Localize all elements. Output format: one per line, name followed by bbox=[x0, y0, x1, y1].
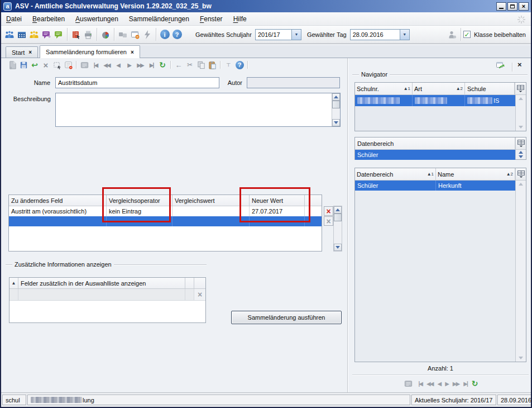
person-gray-icon[interactable] bbox=[446, 29, 458, 41]
quick-action-lightning-icon[interactable] bbox=[141, 29, 154, 41]
tab-start[interactable]: Start × bbox=[6, 46, 38, 58]
name-input[interactable] bbox=[55, 77, 219, 88]
menu-item-datei[interactable]: Datei bbox=[6, 15, 22, 23]
schuljahr-combobox[interactable]: 2016/17 ▼ bbox=[255, 29, 301, 40]
column-header-feld[interactable]: Zu änderndes Feld bbox=[9, 195, 107, 206]
scroll-up-icon[interactable] bbox=[516, 95, 526, 102]
scroll-down-icon[interactable] bbox=[334, 244, 342, 251]
discard-icon[interactable]: × bbox=[40, 59, 51, 70]
cut-icon[interactable]: ✂ bbox=[184, 59, 195, 70]
zusatz-empty-row[interactable]: × bbox=[9, 289, 205, 301]
menu-item-auswertungen[interactable]: Auswertungen bbox=[75, 15, 118, 23]
pin-icon[interactable]: ⊤ bbox=[223, 59, 234, 70]
tab-close-icon[interactable]: × bbox=[28, 49, 32, 55]
record-card-icon[interactable] bbox=[79, 59, 90, 70]
menu-item-fenster[interactable]: Fenster bbox=[200, 15, 223, 23]
last-record-icon[interactable]: ▶| bbox=[146, 59, 157, 70]
column-header-datenbereich[interactable]: Datenbereich▲1 bbox=[355, 168, 436, 180]
scroll-thumb[interactable] bbox=[332, 101, 340, 108]
cell-feld[interactable]: Austritt am (voraussichtlich) bbox=[9, 206, 107, 216]
cell-neuer-wert[interactable] bbox=[250, 216, 305, 226]
tag-combobox[interactable]: 28.09.2016 ▼ bbox=[350, 29, 410, 40]
column-header-felder[interactable]: Felder zusätzlich in der Auswahlliste an… bbox=[18, 278, 185, 288]
copy-icon[interactable] bbox=[195, 59, 207, 70]
column-header-schulnr[interactable]: Schulnr.▲1 bbox=[355, 83, 413, 94]
fast-forward-icon[interactable]: ▶▶ bbox=[135, 59, 146, 70]
register-book-icon[interactable] bbox=[70, 29, 82, 41]
changes-table-scrollbar[interactable] bbox=[333, 206, 342, 252]
cell-datenbereich[interactable]: Schüler bbox=[355, 150, 515, 160]
scroll-down-icon[interactable] bbox=[516, 124, 526, 131]
info-icon[interactable]: i bbox=[159, 29, 171, 41]
help-icon[interactable]: ? bbox=[171, 29, 183, 41]
class-group-green-icon[interactable] bbox=[52, 29, 65, 41]
previous-record-icon[interactable]: ◀ bbox=[437, 381, 440, 387]
save-icon[interactable] bbox=[18, 59, 29, 70]
column-chooser-button[interactable] bbox=[515, 168, 526, 180]
previous-record-icon[interactable]: ◀ bbox=[112, 59, 123, 70]
window-remove-icon[interactable] bbox=[129, 29, 141, 41]
cell-neuer-wert[interactable]: 27.07.2017 bbox=[250, 206, 305, 216]
cell-vergleichswert[interactable] bbox=[172, 206, 250, 216]
felder-selected-row[interactable]: Schüler Herkunft bbox=[355, 181, 515, 191]
chevron-down-icon[interactable]: ▼ bbox=[292, 29, 301, 40]
next-record-icon[interactable]: ▶ bbox=[445, 381, 448, 387]
scroll-down-icon[interactable] bbox=[516, 155, 526, 160]
refresh-view-icon[interactable] bbox=[495, 60, 506, 71]
felder-scrollbar[interactable] bbox=[515, 181, 526, 362]
help-icon[interactable]: ? bbox=[234, 59, 245, 70]
cell-datenbereich[interactable]: Schüler bbox=[355, 181, 436, 191]
record-card-icon[interactable] bbox=[403, 378, 414, 389]
cell-name[interactable]: Herkunft bbox=[436, 181, 515, 191]
tab-sammelaenderung-formulieren[interactable]: Sammeländerung formulieren × bbox=[40, 45, 140, 58]
column-header-art[interactable]: Art▲2 bbox=[413, 83, 465, 94]
scroll-up-icon[interactable] bbox=[334, 206, 342, 214]
autor-input[interactable] bbox=[247, 77, 340, 88]
close-button[interactable]: × bbox=[519, 2, 529, 11]
column-header-vergleichsoperator[interactable]: Vergleichsoperator bbox=[107, 195, 172, 206]
school-building-icon[interactable] bbox=[16, 29, 28, 41]
modules-puzzle-icon[interactable] bbox=[117, 29, 129, 41]
execute-button[interactable]: Sammeländerung ausführen bbox=[231, 311, 342, 324]
scroll-down-icon[interactable] bbox=[516, 354, 526, 362]
statistics-pie-icon[interactable] bbox=[99, 29, 112, 41]
column-header-datenbereich[interactable]: Datenbereich bbox=[355, 137, 515, 149]
beschreibung-scrollbar[interactable] bbox=[332, 93, 340, 126]
last-record-icon[interactable]: ▶| bbox=[463, 381, 467, 387]
refresh-icon[interactable]: ↻ bbox=[472, 379, 478, 388]
cell-vergleichsoperator[interactable] bbox=[107, 216, 172, 226]
klasse-beibehalten-checkbox[interactable]: ✓ bbox=[463, 31, 471, 38]
minimize-button[interactable] bbox=[496, 2, 506, 11]
tab-close-icon[interactable]: × bbox=[131, 49, 134, 55]
navigator-scrollbar[interactable] bbox=[515, 95, 526, 131]
first-record-icon[interactable]: |◀ bbox=[90, 59, 101, 70]
table-row-selected-empty[interactable] bbox=[9, 216, 322, 226]
fast-forward-icon[interactable]: ▶▶ bbox=[453, 381, 459, 387]
menu-item-bearbeiten[interactable]: Bearbeiten bbox=[32, 15, 65, 23]
scroll-thumb[interactable] bbox=[334, 214, 342, 221]
undo-icon[interactable]: ↩ bbox=[29, 59, 40, 70]
beschreibung-textarea[interactable] bbox=[55, 93, 341, 127]
menu-item-hilfe[interactable]: Hilfe bbox=[233, 15, 247, 23]
panel-splitter[interactable] bbox=[347, 58, 348, 392]
column-chooser-button[interactable] bbox=[515, 83, 525, 94]
maximize-button[interactable] bbox=[507, 2, 517, 11]
chevron-down-icon[interactable]: ▼ bbox=[400, 29, 410, 40]
refresh-icon[interactable]: ↻ bbox=[157, 59, 168, 70]
close-panel-icon[interactable]: × bbox=[517, 60, 522, 69]
students-blue-icon[interactable] bbox=[3, 29, 16, 41]
scroll-down-icon[interactable] bbox=[332, 119, 340, 126]
cell-feld[interactable] bbox=[9, 216, 107, 226]
fast-back-icon[interactable]: ◀◀ bbox=[101, 59, 112, 70]
paste-icon[interactable] bbox=[207, 59, 218, 70]
column-header-schule[interactable]: Schule bbox=[465, 83, 515, 94]
column-chooser-button[interactable] bbox=[515, 137, 526, 149]
form-edit-icon[interactable] bbox=[63, 59, 74, 70]
datenbereich-scrollbar[interactable] bbox=[515, 150, 526, 159]
delete-row-button[interactable]: × bbox=[324, 206, 333, 216]
print-list-icon[interactable] bbox=[82, 29, 94, 41]
scroll-up-icon[interactable] bbox=[332, 93, 340, 101]
scroll-up-icon[interactable] bbox=[516, 150, 526, 155]
select-icon[interactable] bbox=[51, 59, 63, 70]
menu-item-sammelaenderungen[interactable]: Sammeländerungen bbox=[129, 15, 189, 23]
